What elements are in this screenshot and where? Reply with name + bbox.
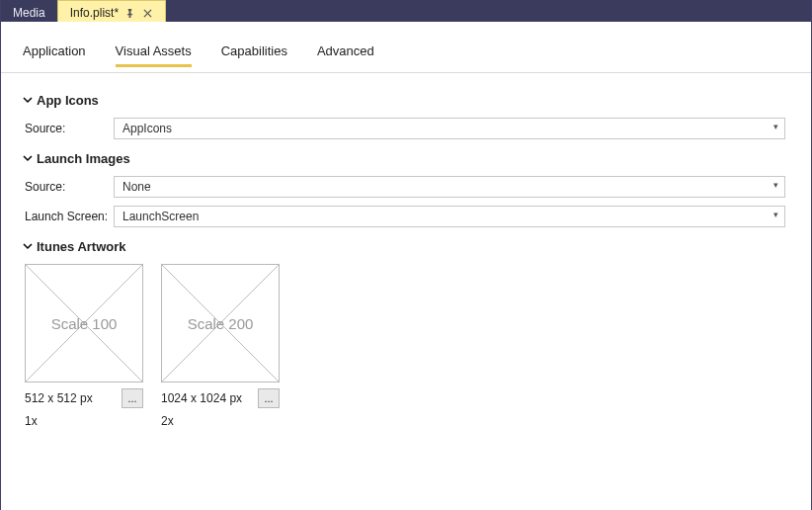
browse-button[interactable]: ... <box>122 388 143 408</box>
placeholder-label: Scale 100 <box>51 315 118 332</box>
section-header-launch-images: Launch Images <box>23 151 785 166</box>
section-itunes-artwork: Itunes Artwork Scale 100 512 x 512 px <box>23 239 785 428</box>
section-header-app-icons: App Icons <box>23 93 785 108</box>
document-tab-label: Info.plist* <box>70 6 119 20</box>
artwork-dimensions: 1024 x 1024 px <box>161 391 242 405</box>
editor-content: Application Visual Assets Capabilities A… <box>1 22 811 510</box>
browse-button[interactable]: ... <box>258 388 280 408</box>
document-tab-label: Media <box>13 6 45 20</box>
dropdown-value: None <box>122 180 151 194</box>
document-tab-media[interactable]: Media <box>1 0 57 22</box>
artwork-scale: 2x <box>161 414 280 428</box>
subtab-bar: Application Visual Assets Capabilities A… <box>1 22 811 73</box>
row-launch-screen: Launch Screen: LaunchScreen <box>25 206 785 227</box>
dropdown-launch-images-source[interactable]: None <box>114 176 785 198</box>
close-icon[interactable] <box>141 7 153 19</box>
chevron-down-icon[interactable] <box>23 95 37 107</box>
dropdown-value: AppIcons <box>122 122 172 135</box>
artwork-slot-2x: Scale 200 1024 x 1024 px ... 2x <box>161 264 280 428</box>
document-tab-infoplist[interactable]: Info.plist* <box>57 0 166 22</box>
section-header-itunes-artwork: Itunes Artwork <box>23 239 785 254</box>
chevron-down-icon[interactable] <box>23 241 37 253</box>
tab-capabilities[interactable]: Capabilities <box>221 43 287 66</box>
chevron-down-icon[interactable] <box>23 153 37 165</box>
label-source: Source: <box>25 122 114 135</box>
tab-visual-assets[interactable]: Visual Assets <box>116 43 192 67</box>
section-app-icons: App Icons Source: AppIcons <box>23 93 785 139</box>
editor-window: Media Info.plist* Application Visual Ass… <box>0 0 812 510</box>
document-tab-bar: Media Info.plist* <box>1 0 811 22</box>
ellipsis-icon: ... <box>264 393 273 404</box>
artwork-slots: Scale 100 512 x 512 px ... 1x <box>23 264 785 428</box>
artwork-scale: 1x <box>25 414 143 428</box>
ellipsis-icon: ... <box>127 393 136 404</box>
image-placeholder[interactable]: Scale 100 <box>25 264 143 382</box>
row-launch-images-source: Source: None <box>25 176 785 198</box>
artwork-slot-1x: Scale 100 512 x 512 px ... 1x <box>25 264 143 428</box>
artwork-dimensions: 512 x 512 px <box>25 391 93 405</box>
sections-container: App Icons Source: AppIcons <box>1 73 811 428</box>
pin-icon[interactable] <box>125 9 134 18</box>
dropdown-launch-screen[interactable]: LaunchScreen <box>114 206 785 227</box>
tab-advanced[interactable]: Advanced <box>317 43 374 66</box>
label-launch-screen: Launch Screen: <box>25 210 114 223</box>
section-title: App Icons <box>37 93 99 108</box>
section-title: Launch Images <box>37 151 130 166</box>
dropdown-value: LaunchScreen <box>122 210 199 223</box>
tab-application[interactable]: Application <box>23 43 86 66</box>
placeholder-label: Scale 200 <box>188 315 254 332</box>
dropdown-app-icons-source[interactable]: AppIcons <box>114 118 785 139</box>
label-source: Source: <box>25 180 114 194</box>
image-placeholder[interactable]: Scale 200 <box>161 264 280 382</box>
row-app-icons-source: Source: AppIcons <box>25 118 785 139</box>
section-launch-images: Launch Images Source: None Launch Screen… <box>23 151 785 227</box>
section-title: Itunes Artwork <box>37 239 126 254</box>
